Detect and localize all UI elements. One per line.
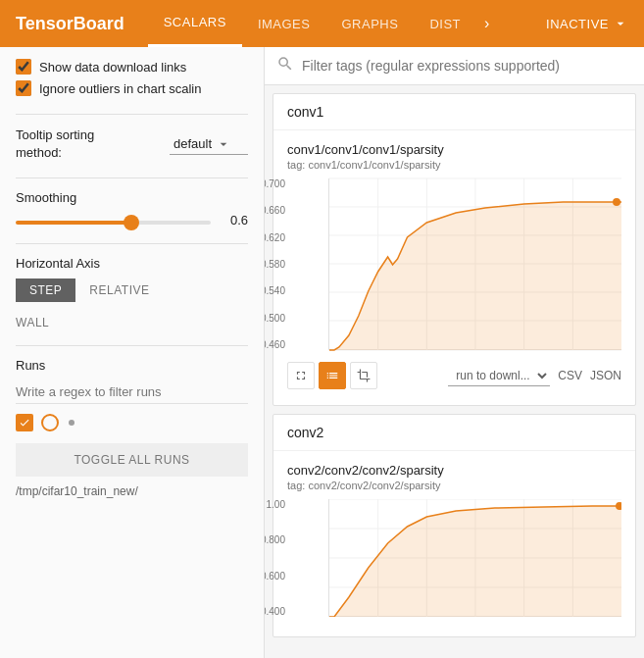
nav-images[interactable]: IMAGES bbox=[242, 0, 326, 47]
smoothing-value: 0.6 bbox=[219, 213, 248, 228]
y2-label-2: 0.600 bbox=[265, 571, 285, 582]
run-select-conv1[interactable]: run to downl... bbox=[448, 366, 550, 386]
tooltip-select[interactable]: default bbox=[170, 134, 248, 155]
y-label-1: 0.660 bbox=[265, 205, 285, 216]
axis-relative-btn[interactable]: RELATIVE bbox=[75, 278, 163, 302]
y-label-2: 0.620 bbox=[265, 232, 285, 243]
divider-1 bbox=[16, 114, 248, 115]
divider-2 bbox=[16, 177, 248, 178]
chart-svg-conv1 bbox=[329, 178, 621, 350]
ignore-outliers-label: Ignore outliers in chart scalin bbox=[39, 81, 201, 96]
csv-json-links-conv1: CSV JSON bbox=[558, 369, 621, 382]
y2-label-3: 0.400 bbox=[265, 606, 285, 617]
show-download-links-checkbox[interactable] bbox=[16, 59, 31, 75]
y-label-5: 0.500 bbox=[265, 313, 285, 324]
nav-inactive[interactable]: INACTIVE bbox=[546, 16, 628, 31]
chart-wrapper-conv1: 0.700 0.660 0.620 0.580 0.540 0.500 0.46… bbox=[287, 178, 621, 350]
main-nav: SCALARS IMAGES GRAPHS DIST › INACTIVE bbox=[148, 0, 628, 47]
run-checkbox-empty[interactable] bbox=[41, 414, 59, 431]
divider-3 bbox=[16, 243, 248, 244]
y2-label-0: 1.00 bbox=[267, 499, 285, 510]
run-dot bbox=[69, 420, 74, 426]
json-link-conv1[interactable]: JSON bbox=[590, 369, 621, 382]
horizontal-axis-label: Horizontal Axis bbox=[16, 256, 248, 271]
show-download-links-label: Show data download links bbox=[39, 60, 186, 75]
tooltip-setting-row: Tooltip sortingmethod: default bbox=[16, 127, 248, 162]
y-label-4: 0.540 bbox=[265, 285, 285, 296]
runs-section: Runs TOGGLE ALL RUNS /tmp/cifar10_train_… bbox=[16, 358, 248, 498]
search-bar bbox=[265, 47, 644, 85]
nav-more-icon[interactable]: › bbox=[476, 0, 497, 47]
y-label-0: 0.700 bbox=[265, 178, 285, 189]
chart-toolbar-conv1: run to downl... CSV JSON bbox=[287, 358, 621, 393]
sidebar: Show data download links Ignore outliers… bbox=[0, 47, 265, 658]
chart-area-conv1 bbox=[328, 178, 621, 350]
tooltip-label: Tooltip sortingmethod: bbox=[16, 127, 94, 162]
chart-section-conv2: conv2 conv2/conv2/conv2/sparsity tag: co… bbox=[272, 414, 636, 637]
crop-btn-conv1[interactable] bbox=[350, 362, 377, 389]
section-header-conv2: conv2 bbox=[273, 415, 635, 451]
section-header-conv1: conv1 bbox=[273, 94, 635, 130]
run-checkbox-checked[interactable] bbox=[16, 414, 33, 431]
csv-link-conv1[interactable]: CSV bbox=[558, 369, 582, 382]
download-area-conv1: run to downl... CSV JSON bbox=[448, 366, 621, 386]
chart-tag-conv1: tag: conv1/conv1/conv1/sparsity bbox=[287, 159, 621, 171]
run-path: /tmp/cifar10_train_new/ bbox=[16, 484, 248, 498]
axis-buttons: STEP RELATIVE bbox=[16, 278, 248, 302]
nav-scalars[interactable]: SCALARS bbox=[148, 0, 242, 47]
list-btn-conv1[interactable] bbox=[319, 362, 346, 389]
smoothing-slider[interactable] bbox=[16, 221, 211, 225]
y-axis-conv1: 0.700 0.660 0.620 0.580 0.540 0.500 0.46… bbox=[265, 178, 285, 350]
app-header: TensorBoard SCALARS IMAGES GRAPHS DIST ›… bbox=[0, 0, 644, 47]
chart-section-conv1: conv1 conv1/conv1/conv1/sparsity tag: co… bbox=[272, 93, 636, 406]
smoothing-label: Smoothing bbox=[16, 190, 248, 205]
run-items bbox=[16, 414, 248, 431]
show-download-links-row: Show data download links bbox=[16, 59, 248, 75]
nav-graphs[interactable]: GRAPHS bbox=[325, 0, 414, 47]
chart-svg-conv2 bbox=[329, 499, 621, 617]
smoothing-slider-container bbox=[16, 213, 211, 228]
svg-point-13 bbox=[613, 198, 620, 206]
main-layout: Show data download links Ignore outliers… bbox=[0, 47, 644, 658]
axis-step-btn[interactable]: STEP bbox=[16, 278, 75, 302]
chart-card-conv2: conv2/conv2/conv2/sparsity tag: conv2/co… bbox=[273, 451, 635, 636]
toggle-all-runs-button[interactable]: TOGGLE ALL RUNS bbox=[16, 443, 248, 477]
chart-area-conv2 bbox=[328, 499, 621, 617]
tooltip-value: default bbox=[173, 136, 212, 151]
chart-wrapper-conv2: 1.00 0.800 0.600 0.400 bbox=[287, 499, 621, 617]
content-area: conv1 conv1/conv1/conv1/sparsity tag: co… bbox=[265, 47, 644, 658]
search-input[interactable] bbox=[302, 58, 632, 74]
ignore-outliers-checkbox[interactable] bbox=[16, 80, 31, 96]
nav-dist[interactable]: DIST bbox=[414, 0, 476, 47]
runs-filter-input[interactable] bbox=[16, 380, 248, 404]
y-label-6: 0.460 bbox=[265, 339, 285, 350]
y2-label-1: 0.800 bbox=[265, 534, 285, 545]
chart-title-conv2: conv2/conv2/conv2/sparsity bbox=[287, 463, 621, 478]
smoothing-slider-row: 0.6 bbox=[16, 213, 248, 228]
axis-wall[interactable]: WALL bbox=[16, 312, 248, 333]
runs-label: Runs bbox=[16, 358, 248, 373]
divider-4 bbox=[16, 345, 248, 346]
svg-marker-12 bbox=[329, 202, 621, 350]
ignore-outliers-row: Ignore outliers in chart scalin bbox=[16, 80, 248, 96]
chart-card-conv1: conv1/conv1/conv1/sparsity tag: conv1/co… bbox=[273, 130, 635, 405]
app-logo: TensorBoard bbox=[16, 14, 124, 34]
y-axis-conv2: 1.00 0.800 0.600 0.400 bbox=[265, 499, 285, 617]
search-icon bbox=[276, 55, 294, 76]
chart-title-conv1: conv1/conv1/conv1/sparsity bbox=[287, 142, 621, 157]
y-label-3: 0.580 bbox=[265, 259, 285, 270]
expand-btn-conv1[interactable] bbox=[287, 362, 315, 389]
chart-tag-conv2: tag: conv2/conv2/conv2/sparsity bbox=[287, 480, 621, 491]
